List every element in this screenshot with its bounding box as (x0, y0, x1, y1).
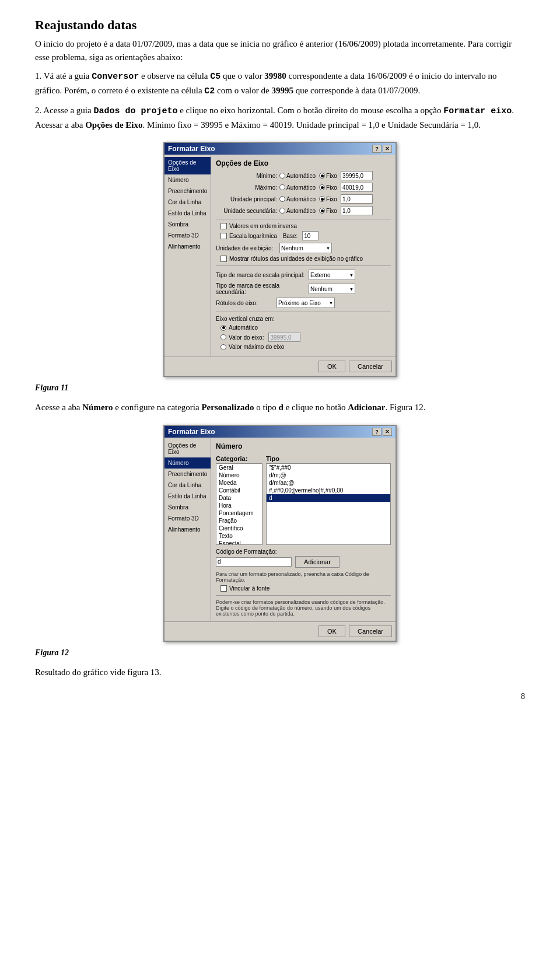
tipo-principal-select[interactable]: Externo (309, 270, 355, 280)
sidebar-item-numero[interactable]: Número (164, 174, 211, 186)
sidebar-item-opcoes[interactable]: Opções de Eixo (164, 157, 211, 174)
maximo-fixo-radio[interactable] (319, 184, 325, 190)
sidebar-item-estilo-linha[interactable]: Estilo da Linha (164, 208, 211, 219)
tipo-principal-row: Tipo de marca de escala principal: Exter… (216, 270, 391, 280)
uprincipal-value-input[interactable] (341, 194, 373, 204)
cat-geral[interactable]: Geral (216, 464, 262, 471)
minimo-auto-radio[interactable] (279, 173, 285, 179)
dialog2-titlebar-buttons: ? ✕ (372, 428, 392, 436)
uprincipal-auto-option[interactable]: Automático (279, 196, 316, 202)
type-item-d[interactable]: d (267, 494, 390, 502)
radio-valor-maximo[interactable] (220, 344, 226, 350)
cb-inverso-row: Valores em ordem inversa (220, 223, 391, 229)
after-fig11-paragraph: Acesse a aba Número e configure na categ… (35, 401, 525, 414)
valor-eixo-input[interactable] (268, 333, 300, 342)
codigo-input[interactable] (216, 557, 292, 567)
cat-hora[interactable]: Hora (216, 502, 262, 509)
minimo-value-input[interactable] (341, 171, 373, 180)
base-label: Base: (283, 233, 298, 239)
dialog2-title: Formatar Eixo (168, 428, 215, 436)
cb-rotulos-row: Mostrar rótulos das unidades de exibição… (220, 256, 391, 262)
type-item-1[interactable]: "$"#,##0 (267, 464, 390, 471)
cat-porcentagem[interactable]: Porcentagem (216, 509, 262, 517)
maximo-auto-label: Automático (286, 184, 316, 191)
cb-inverso[interactable] (220, 223, 227, 229)
maximo-value-input[interactable] (341, 183, 373, 192)
minimo-label: Mínimo: (216, 173, 277, 179)
uprincipal-auto-radio[interactable] (279, 196, 285, 202)
unidades-exibicao-select[interactable]: Nenhum (279, 243, 332, 253)
type-item-3[interactable]: d/m/aa;@ (267, 479, 390, 487)
cb-vincular[interactable] (220, 585, 227, 592)
radio-automatico[interactable] (220, 325, 226, 331)
cat-data[interactable]: Data (216, 494, 262, 502)
type-item-4[interactable]: #,##0,00;[vermelho]#,##0,00 (267, 487, 390, 494)
usecundaria-auto-label: Automático (286, 208, 316, 214)
radio-valor-eixo[interactable] (220, 334, 226, 340)
dialog2-cancel-btn[interactable]: Cancelar (349, 625, 392, 637)
dialog1-wrapper: Formatar Eixo ? ✕ Opções de Eixo Número … (35, 142, 525, 377)
dialog2-help-btn[interactable]: ? (372, 428, 382, 436)
dialog1-ok-btn[interactable]: OK (318, 361, 345, 372)
minimo-fixo-radio[interactable] (319, 173, 325, 179)
sidebar-item-cor-linha[interactable]: Cor da Linha (164, 197, 211, 208)
cat-contabil[interactable]: Contábil (216, 487, 262, 494)
sidebar2-item-formato3d[interactable]: Formato 3D (164, 513, 211, 524)
cat-texto[interactable]: Texto (216, 532, 262, 540)
radio-valor-maximo-row: Valor máximo do eixo (220, 344, 391, 350)
sidebar-item-sombra[interactable]: Sombra (164, 219, 211, 230)
minimo-fixo-option[interactable]: Fixo (319, 173, 337, 179)
cat-fracao[interactable]: Fração (216, 517, 262, 525)
sidebar2-item-cor-linha[interactable]: Cor da Linha (164, 480, 211, 491)
sidebar2-item-sombra[interactable]: Sombra (164, 502, 211, 513)
maximo-auto-option[interactable]: Automático (279, 184, 316, 191)
type-item-2[interactable]: d/m;@ (267, 471, 390, 479)
maximo-auto-radio[interactable] (279, 184, 285, 190)
dialog1-close-btn[interactable]: ✕ (383, 145, 392, 153)
sidebar2-item-numero[interactable]: Número (164, 457, 211, 469)
sidebar-item-preenchimento[interactable]: Preenchimento (164, 186, 211, 197)
adicionar-btn[interactable]: Adicionar (295, 556, 340, 568)
dialog1-titlebar: Formatar Eixo ? ✕ (164, 143, 396, 155)
usecundaria-fixo-option[interactable]: Fixo (319, 208, 337, 214)
usecundaria-auto-option[interactable]: Automático (279, 208, 316, 214)
cb-rotulos[interactable] (220, 256, 227, 262)
usecundaria-value-input[interactable] (341, 206, 373, 215)
sidebar2-item-preenchimento[interactable]: Preenchimento (164, 469, 211, 480)
usecundaria-auto-radio[interactable] (279, 208, 285, 214)
type-list[interactable]: "$"#,##0 d/m;@ d/m/aa;@ #,##0,00;[vermel… (266, 463, 391, 545)
note2: Podem-se criar formatos personalizados u… (216, 599, 391, 617)
cat-numero[interactable]: Número (216, 471, 262, 479)
dialog1-cancel-btn[interactable]: Cancelar (349, 361, 392, 372)
cat-moeda[interactable]: Moeda (216, 479, 262, 487)
rotulos-eixo-select[interactable]: Próximo ao Eixo (276, 298, 335, 308)
categoria-list[interactable]: Geral Número Moeda Contábil Data Hora Po… (216, 463, 262, 545)
base-value-input[interactable] (302, 231, 318, 240)
sidebar2-item-estilo-linha[interactable]: Estilo da Linha (164, 491, 211, 502)
uprincipal-fixo-radio[interactable] (319, 196, 325, 202)
uprincipal-fixo-option[interactable]: Fixo (319, 196, 337, 202)
tipo-secundaria-select[interactable]: Nenhum (309, 284, 355, 294)
sidebar2-item-opcoes[interactable]: Opções de Eixo (164, 440, 211, 457)
sidebar-item-alinhamento[interactable]: Alinhamento (164, 241, 211, 252)
dialog2-content: Número Categoria: Geral Número Moeda Con… (211, 438, 396, 621)
cat-cientifico[interactable]: Científico (216, 525, 262, 532)
sidebar-item-formato3d[interactable]: Formato 3D (164, 230, 211, 241)
maximo-fixo-option[interactable]: Fixo (319, 184, 337, 191)
codigo-row: Adicionar (216, 556, 391, 568)
page-title: Reajustando datas (35, 18, 525, 33)
dialog2-body: Opções de Eixo Número Preenchimento Cor … (164, 438, 396, 621)
dialog1-help-btn[interactable]: ? (372, 145, 382, 153)
dialog2-close-btn[interactable]: ✕ (383, 428, 392, 436)
cb-logaritmica[interactable] (220, 233, 227, 239)
rotulos-eixo-row: Rótulos do eixo: Próximo ao Eixo (216, 298, 391, 308)
radio-valor-eixo-row: Valor do eixo: (220, 333, 391, 342)
usecundaria-fixo-radio[interactable] (319, 208, 325, 214)
cat-especial[interactable]: Especial (216, 540, 262, 545)
sidebar2-item-alinhamento[interactable]: Alinhamento (164, 524, 211, 535)
dialog2-sidebar: Opções de Eixo Número Preenchimento Cor … (164, 438, 211, 621)
dialog2-ok-btn[interactable]: OK (318, 625, 345, 637)
dialog1-content: Opções de Eixo Mínimo: Automático Fixo (211, 155, 396, 357)
unidades-exibicao-row: Unidades de exibição: Nenhum (216, 243, 391, 253)
minimo-auto-option[interactable]: Automático (279, 173, 316, 179)
